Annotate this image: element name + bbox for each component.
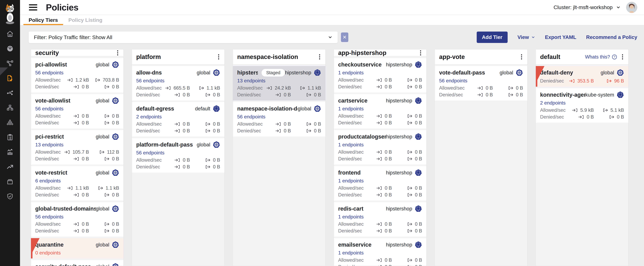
egress-arrow-icon — [406, 114, 413, 118]
recommend-policy-button[interactable]: Recommend a Policy — [586, 34, 637, 40]
user-avatar[interactable] — [626, 2, 637, 13]
endpoints-cluster-icon[interactable] — [6, 119, 14, 126]
endpoints-link[interactable]: 1 endpoints — [338, 106, 422, 111]
policy-card[interactable]: platform-default-pass global 56 endpoint… — [132, 138, 224, 172]
policy-card[interactable]: pci-allowlist global 56 endpoints Allowe… — [31, 58, 124, 92]
policy-card[interactable]: default-egress default ns 2 endpoints Al… — [132, 102, 224, 136]
sidebar-nav — [0, 30, 20, 200]
tree-hierarchy-icon[interactable] — [6, 104, 14, 111]
traffic-stat-row: Allowed/sec0 B0 B — [338, 150, 422, 155]
service-graph-icon[interactable] — [6, 60, 14, 67]
kebab-menu-icon[interactable] — [520, 54, 523, 60]
endpoints-link[interactable]: 2 endpoints — [136, 114, 220, 119]
export-yaml-button[interactable]: Export YAML — [545, 34, 576, 40]
endpoints-link[interactable]: 56 endpoints — [237, 114, 321, 119]
view-button[interactable]: View — [518, 34, 535, 40]
traffic-stat-row: Denied/sec0 B0 B — [338, 84, 422, 90]
policy-card[interactable]: cartservice hipstershop ns 1 endpoints A… — [334, 94, 426, 128]
policy-card[interactable]: vote-default-pass global 56 endpoints Al… — [435, 66, 527, 100]
ingress-value: 0 B — [385, 186, 392, 191]
endpoints-link[interactable]: 1 endpoints — [338, 250, 422, 256]
egress-value: 0 B — [415, 84, 422, 90]
policy-scope: hipstershop — [386, 62, 412, 68]
policy-card[interactable]: redis-cart hipstershop ns 1 endpoints Al… — [334, 202, 426, 236]
policy-card[interactable]: global-trusted-domains global 56 endpoin… — [31, 202, 124, 236]
compliance-clipboard-icon[interactable] — [6, 134, 14, 141]
top-bar: Policies Cluster: jlt-msft-workshop — [20, 0, 644, 14]
stat-label: Allowed/sec — [35, 222, 61, 227]
policy-card[interactable]: namespace-isolation-default-p… global 56… — [233, 102, 326, 136]
policy-card[interactable]: default-deny global Denied/sec353.5 B96 … — [536, 66, 628, 87]
tier-name: platform — [136, 54, 161, 60]
add-tier-button[interactable]: Add Tier — [477, 32, 508, 43]
endpoints-link[interactable]: 56 endpoints — [136, 150, 220, 155]
policy-card[interactable]: vote-restrict global 6 endpoints Allowed… — [31, 166, 124, 200]
globe-icon — [112, 97, 119, 104]
shield-check-icon[interactable] — [6, 193, 14, 200]
endpoints-link[interactable]: 56 endpoints — [35, 106, 119, 111]
kebab-menu-icon[interactable] — [217, 54, 220, 60]
egress-arrow-icon — [306, 93, 312, 97]
calico-cat-logo[interactable] — [2, 2, 18, 25]
policy-card[interactable]: vote-allowlist global 56 endpoints Allow… — [31, 94, 124, 128]
whats-this-link[interactable]: Whats this? ? — [585, 54, 617, 60]
endpoints-link[interactable]: 13 endpoints — [35, 142, 119, 147]
endpoints-link[interactable]: 2 endpoints — [540, 100, 624, 106]
policies-icon[interactable] — [6, 75, 14, 82]
dashboard-gauge-icon[interactable] — [6, 45, 14, 52]
endpoints-link[interactable]: 56 endpoints — [136, 78, 220, 83]
traffic-stat-row: Denied/sec353.5 B96 B — [540, 78, 624, 84]
kebab-menu-icon[interactable] — [318, 54, 321, 60]
ingress-value: 0 B — [82, 192, 89, 198]
policy-name: default-egress — [136, 106, 174, 112]
endpoints-link[interactable]: 1 endpoints — [338, 142, 422, 147]
staged-badge: Staged — [262, 69, 285, 76]
ingress-value: 5.9 kB — [580, 108, 594, 113]
endpoints-link[interactable]: 6 endpoints — [35, 178, 119, 183]
package-icon[interactable] — [6, 178, 14, 185]
tab-policy-listing[interactable]: Policy Listing — [63, 15, 108, 25]
endpoints-link[interactable]: 1 endpoints — [338, 70, 422, 75]
endpoints-link[interactable]: 56 endpoints — [35, 70, 119, 75]
policy-card[interactable]: pci-restrict global 13 endpoints Allowed… — [31, 130, 124, 164]
egress-arrow-icon — [104, 193, 110, 197]
endpoints-link[interactable]: 0 endpoints — [35, 250, 119, 256]
policy-card[interactable]: konnectivity-agent kube-system ns 2 endp… — [536, 88, 628, 123]
main-area: Policies Cluster: jlt-msft-workshop Po — [20, 0, 644, 266]
policy-filter-dropdown[interactable]: Filter: Policy Traffic filter: Show All — [28, 31, 338, 43]
policy-card[interactable]: quarantine global 0 endpoints — [31, 238, 124, 258]
endpoints-link[interactable]: 13 endpoints — [237, 78, 321, 83]
endpoints-link[interactable]: 56 endpoints — [439, 78, 523, 83]
tab-policy-tiers[interactable]: Policy Tiers — [24, 15, 63, 25]
namespace-icon: ns — [415, 169, 422, 176]
policy-card[interactable]: hipstershop-gh… Staged hipstershop ns 13… — [233, 66, 326, 100]
endpoints-link[interactable]: 1 endpoints — [338, 214, 422, 219]
tier-column-default: default Whats this? ? default-deny globa… — [536, 49, 628, 266]
endpoints-link[interactable]: 56 endpoints — [35, 214, 119, 219]
stats-chart-icon[interactable] — [6, 148, 14, 156]
policy-card[interactable]: security-default-pass global — [31, 260, 124, 266]
ingress-value: 0 B — [82, 156, 89, 162]
trending-up-icon[interactable] — [6, 163, 14, 170]
policy-card[interactable]: emailservice hipstershop ns 1 endpoints … — [334, 238, 426, 266]
policy-scope: global — [96, 264, 109, 266]
clear-filter-button[interactable]: ✕ — [341, 32, 348, 42]
policy-card[interactable]: frontend hipstershop ns 1 endpoints Allo… — [334, 166, 426, 200]
ingress-value: 353.5 B — [577, 78, 594, 84]
endpoints-link[interactable]: 1 endpoints — [338, 178, 422, 183]
home-icon[interactable] — [6, 30, 14, 38]
policy-card[interactable]: allow-dns global 56 endpoints Allowed/se… — [132, 66, 224, 100]
egress-value: 0 B — [213, 164, 220, 170]
cluster-selector[interactable]: Cluster: jlt-msft-workshop — [554, 4, 620, 10]
policy-card[interactable]: checkoutservice hipstershop ns 1 endpoin… — [334, 58, 426, 92]
traffic-stat-row: Denied/sec0 B0 B — [338, 228, 422, 234]
kebab-menu-icon[interactable] — [419, 50, 422, 56]
policy-card[interactable]: productcatalogservice hipstershop ns 1 e… — [334, 130, 426, 164]
network-nodes-icon[interactable] — [6, 90, 14, 96]
hamburger-menu-icon[interactable] — [29, 4, 37, 10]
kebab-menu-icon[interactable] — [621, 54, 624, 60]
kebab-menu-icon[interactable] — [116, 50, 119, 56]
stat-label: Allowed/sec — [136, 122, 162, 127]
namespace-icon: ns — [415, 205, 422, 212]
namespace-icon: ns — [415, 241, 422, 248]
